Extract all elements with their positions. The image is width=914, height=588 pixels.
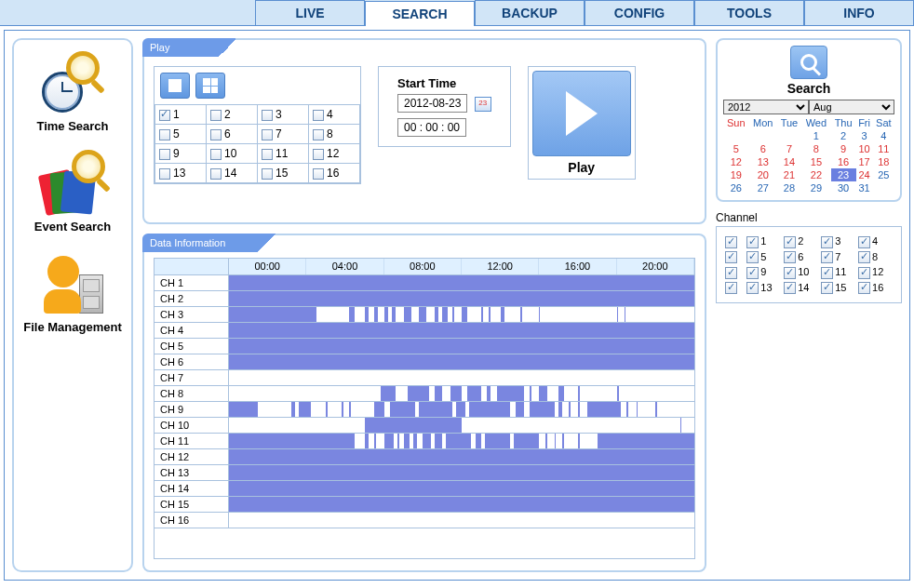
timeline-data[interactable] — [229, 370, 694, 386]
sidebar-item-file-management[interactable]: File Management — [23, 252, 121, 336]
timeline-data[interactable] — [229, 481, 694, 497]
time-input[interactable]: 00 : 00 : 00 — [397, 118, 466, 137]
calendar-day-24[interactable]: 24 — [856, 168, 873, 181]
tab-info[interactable]: INFO — [804, 0, 914, 25]
camera-checkbox-1[interactable]: 1 — [155, 105, 207, 125]
sidebar-item-time-search[interactable]: Time Search — [36, 51, 108, 135]
month-select[interactable]: Aug — [809, 100, 894, 114]
calendar-day-7[interactable]: 7 — [777, 142, 801, 155]
channel-checkbox-9[interactable]: 9 — [746, 266, 781, 279]
play-button[interactable] — [532, 71, 631, 156]
calendar-icon[interactable]: 23 — [475, 97, 491, 112]
camera-checkbox-15[interactable]: 15 — [258, 164, 309, 183]
channel-checkbox-7[interactable]: 7 — [821, 251, 855, 264]
channel-checkbox-3[interactable]: 3 — [821, 235, 855, 248]
calendar-day-18[interactable]: 18 — [873, 155, 894, 168]
calendar-day-1[interactable]: 1 — [801, 129, 831, 142]
timeline-data[interactable] — [229, 275, 694, 291]
channel-row-check-2[interactable] — [725, 266, 744, 279]
channel-row-check-0[interactable] — [725, 235, 744, 248]
calendar-day-2[interactable]: 2 — [831, 129, 856, 142]
calendar-day-21[interactable]: 21 — [777, 168, 801, 181]
channel-checkbox-16[interactable]: 16 — [858, 282, 893, 295]
camera-checkbox-6[interactable]: 6 — [207, 125, 258, 144]
channel-checkbox-1[interactable]: 1 — [746, 235, 781, 248]
channel-checkbox-11[interactable]: 11 — [821, 266, 855, 279]
timeline-data[interactable] — [229, 497, 694, 513]
calendar-day-3[interactable]: 3 — [856, 129, 873, 142]
camera-checkbox-16[interactable]: 16 — [309, 164, 360, 183]
calendar-day-23[interactable]: 23 — [831, 168, 856, 181]
channel-checkbox-8[interactable]: 8 — [858, 251, 893, 264]
camera-checkbox-5[interactable]: 5 — [155, 125, 207, 144]
timeline-data[interactable] — [229, 513, 694, 528]
channel-checkbox-6[interactable]: 6 — [784, 251, 818, 264]
date-input[interactable]: 2012-08-23 — [397, 94, 467, 113]
timeline-data[interactable] — [229, 434, 694, 449]
view-grid-button[interactable] — [195, 73, 225, 99]
timeline-data[interactable] — [229, 386, 694, 402]
view-single-button[interactable] — [160, 73, 190, 99]
calendar-day-5[interactable]: 5 — [723, 142, 749, 155]
tab-backup[interactable]: BACKUP — [475, 0, 585, 25]
timeline-data[interactable] — [229, 449, 694, 465]
tab-live[interactable]: LIVE — [255, 0, 365, 25]
timeline-data[interactable] — [229, 307, 694, 323]
calendar-day-8[interactable]: 8 — [801, 142, 831, 155]
channel-checkbox-12[interactable]: 12 — [858, 266, 893, 279]
camera-checkbox-8[interactable]: 8 — [309, 125, 360, 144]
camera-checkbox-9[interactable]: 9 — [155, 144, 207, 164]
tab-tools[interactable]: TOOLS — [694, 0, 804, 25]
channel-checkbox-15[interactable]: 15 — [821, 282, 855, 295]
tab-config[interactable]: CONFIG — [585, 0, 694, 25]
calendar-day-26[interactable]: 26 — [723, 181, 749, 194]
year-select[interactable]: 2012 — [723, 100, 809, 114]
timeline-data[interactable] — [229, 354, 694, 370]
channel-row-check-1[interactable] — [725, 251, 744, 264]
calendar-day-25[interactable]: 25 — [873, 168, 894, 181]
camera-checkbox-12[interactable]: 12 — [309, 144, 360, 164]
calendar-day-29[interactable]: 29 — [801, 181, 831, 194]
calendar-day-4[interactable]: 4 — [873, 129, 894, 142]
camera-checkbox-3[interactable]: 3 — [258, 105, 309, 125]
calendar-day-28[interactable]: 28 — [777, 181, 801, 194]
sidebar-item-event-search[interactable]: Event Search — [34, 152, 111, 235]
camera-checkbox-2[interactable]: 2 — [207, 105, 258, 125]
calendar-day-27[interactable]: 27 — [749, 181, 777, 194]
calendar-day-20[interactable]: 20 — [749, 168, 777, 181]
calendar-day-9[interactable]: 9 — [831, 142, 856, 155]
calendar-day-22[interactable]: 22 — [801, 168, 831, 181]
channel-checkbox-13[interactable]: 13 — [746, 282, 781, 295]
calendar-day-14[interactable]: 14 — [777, 155, 801, 168]
camera-checkbox-4[interactable]: 4 — [309, 105, 360, 125]
calendar-day-16[interactable]: 16 — [831, 155, 856, 168]
timeline-data[interactable] — [229, 339, 694, 354]
channel-checkbox-4[interactable]: 4 — [858, 235, 893, 248]
timeline-data[interactable] — [229, 465, 694, 481]
camera-checkbox-10[interactable]: 10 — [207, 144, 258, 164]
channel-row-check-3[interactable] — [725, 282, 744, 295]
tab-search[interactable]: SEARCH — [365, 1, 475, 26]
calendar-day-10[interactable]: 10 — [856, 142, 873, 155]
calendar-day-17[interactable]: 17 — [856, 155, 873, 168]
calendar-day-13[interactable]: 13 — [749, 155, 777, 168]
channel-checkbox-14[interactable]: 14 — [784, 282, 818, 295]
camera-checkbox-7[interactable]: 7 — [258, 125, 309, 144]
search-button[interactable] — [790, 46, 827, 79]
channel-checkbox-10[interactable]: 10 — [784, 266, 818, 279]
timeline-data[interactable] — [229, 291, 694, 307]
calendar-day-15[interactable]: 15 — [801, 155, 831, 168]
calendar-day-19[interactable]: 19 — [723, 168, 749, 181]
camera-checkbox-14[interactable]: 14 — [207, 164, 258, 183]
channel-checkbox-2[interactable]: 2 — [784, 235, 818, 248]
calendar-day-31[interactable]: 31 — [856, 181, 873, 194]
channel-checkbox-5[interactable]: 5 — [746, 251, 781, 264]
calendar-day-6[interactable]: 6 — [749, 142, 777, 155]
timeline-data[interactable] — [229, 323, 694, 339]
timeline-data[interactable] — [229, 402, 694, 418]
calendar-day-30[interactable]: 30 — [831, 181, 856, 194]
camera-checkbox-13[interactable]: 13 — [155, 164, 207, 183]
timeline-data[interactable] — [229, 418, 694, 434]
calendar-day-12[interactable]: 12 — [723, 155, 749, 168]
camera-checkbox-11[interactable]: 11 — [258, 144, 309, 164]
